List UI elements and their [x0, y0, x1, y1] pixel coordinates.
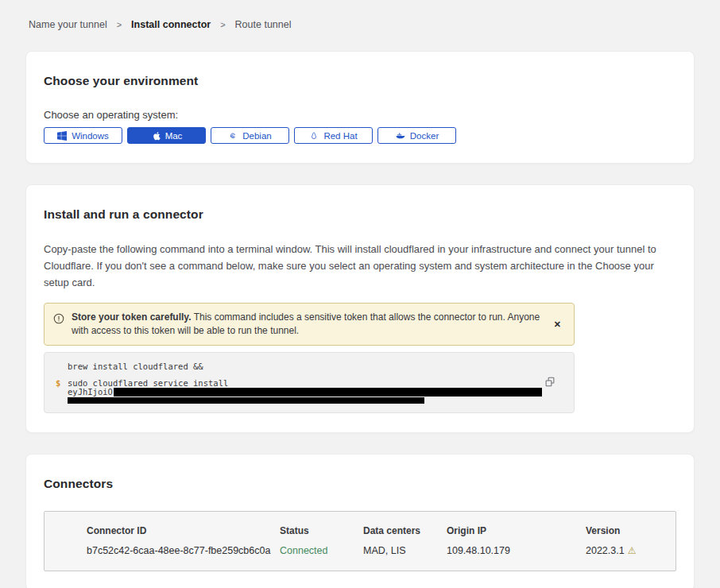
install-description: Copy-paste the following command into a …	[44, 241, 676, 291]
status-badge: Connected	[280, 545, 363, 556]
os-button-docker[interactable]: Docker	[377, 127, 456, 144]
os-button-redhat[interactable]: Red Hat	[294, 127, 373, 144]
breadcrumb-step-name-your-tunnel[interactable]: Name your tunnel	[29, 19, 107, 30]
windows-icon	[57, 131, 67, 141]
shell-prompt: $	[56, 379, 68, 388]
token-prefix: eyJhIjoiO	[68, 388, 113, 397]
os-button-label: Red Hat	[323, 131, 357, 141]
version-warning-icon: ⚠	[628, 546, 637, 555]
connector-id-value: b7c52c42-6caa-48ee-8c77-fbe259cb6c0a	[87, 545, 280, 556]
tunnel-setup-page: Name your tunnel > Install connector > R…	[0, 0, 720, 588]
breadcrumb-separator: >	[117, 20, 122, 29]
os-button-mac[interactable]: Mac	[127, 127, 206, 144]
apple-icon	[151, 131, 161, 141]
table-header-row: Connector ID Status Data centers Origin …	[87, 525, 668, 536]
column-header-connector-id: Connector ID	[87, 525, 280, 536]
debian-icon	[228, 131, 238, 141]
breadcrumb-step-route-tunnel[interactable]: Route tunnel	[235, 19, 292, 30]
install-command-codeblock: brew install cloudflared && $sudo cloudf…	[44, 352, 575, 413]
table-row: b7c52c42-6caa-48ee-8c77-fbe259cb6c0a Con…	[87, 545, 668, 556]
alert-circle-icon	[53, 313, 64, 327]
connectors-card: Connectors Connector ID Status Data cent…	[25, 454, 695, 588]
os-button-windows[interactable]: Windows	[44, 127, 122, 144]
code-line-brew-install: brew install cloudflared &&	[68, 362, 203, 371]
os-select-label: Choose an operating system:	[44, 109, 676, 121]
os-button-label: Debian	[242, 131, 271, 141]
redacted-token-bar	[68, 397, 424, 404]
install-card-title: Install and run a connector	[44, 207, 676, 222]
column-header-version: Version	[586, 525, 668, 536]
os-button-debian[interactable]: Debian	[211, 127, 289, 144]
docker-icon	[395, 131, 405, 141]
environment-card-title: Choose your environment	[44, 74, 676, 88]
breadcrumb: Name your tunnel > Install connector > R…	[25, 19, 695, 30]
connectors-table: Connector ID Status Data centers Origin …	[44, 511, 676, 571]
column-header-status: Status	[280, 525, 363, 536]
column-header-data-centers: Data centers	[363, 525, 447, 536]
os-button-group: Windows Mac Debian Red Hat	[44, 127, 676, 144]
connectors-card-title: Connectors	[44, 477, 676, 491]
breadcrumb-separator: >	[220, 20, 225, 29]
copy-icon[interactable]	[544, 375, 556, 391]
origin-ip-value: 109.48.10.179	[447, 545, 586, 556]
environment-card: Choose your environment Choose an operat…	[25, 51, 695, 164]
close-icon[interactable]: ✕	[551, 318, 564, 331]
redacted-token-bar	[114, 388, 542, 397]
os-button-label: Windows	[72, 131, 109, 141]
version-value: 2022.3.1	[586, 545, 625, 556]
os-button-label: Docker	[410, 131, 439, 141]
warning-text: Store your token carefully. This command…	[72, 311, 544, 338]
warning-text-bold: Store your token carefully.	[72, 311, 192, 323]
redhat-icon	[309, 131, 319, 141]
breadcrumb-step-install-connector[interactable]: Install connector	[131, 19, 211, 30]
os-button-label: Mac	[165, 131, 183, 141]
column-header-origin-ip: Origin IP	[447, 525, 586, 536]
token-warning-banner: Store your token carefully. This command…	[44, 303, 575, 346]
install-card: Install and run a connector Copy-paste t…	[25, 184, 695, 433]
data-centers-value: MAD, LIS	[363, 545, 447, 556]
